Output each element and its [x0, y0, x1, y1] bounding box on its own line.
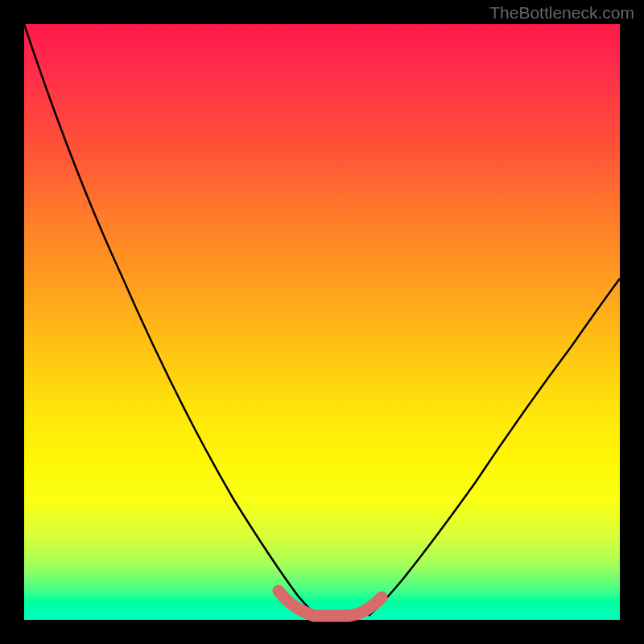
bottom-salmon-path: [279, 591, 382, 616]
curve-group: [24, 24, 620, 616]
chart-svg: [24, 24, 620, 620]
chart-plot-area: [24, 24, 620, 620]
right-curve-path: [369, 279, 620, 616]
watermark-text: TheBottleneck.com: [489, 3, 634, 23]
left-curve-path: [24, 24, 318, 616]
